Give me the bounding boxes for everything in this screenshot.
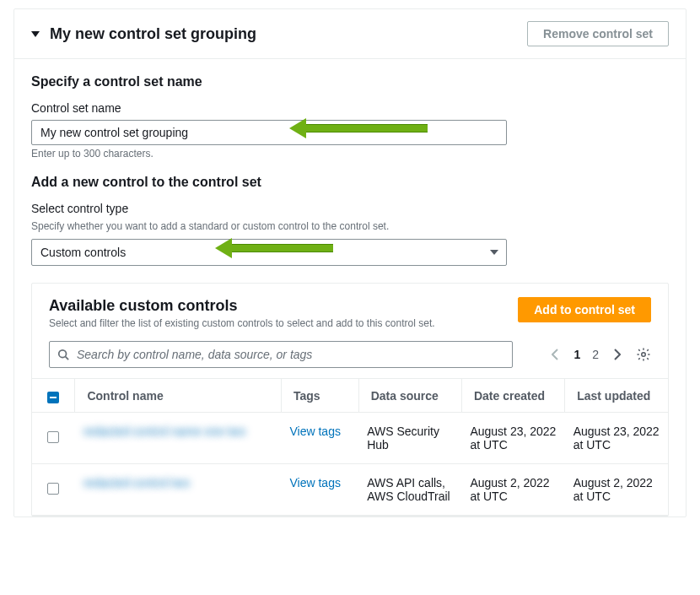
control-name-link[interactable]: redacted control two xyxy=(83,476,190,490)
select-control-type-label: Select control type xyxy=(31,202,669,215)
col-header-created[interactable]: Date created xyxy=(461,379,564,413)
remove-control-set-button[interactable]: Remove control set xyxy=(527,21,669,46)
pager-next-button[interactable] xyxy=(611,349,624,360)
date-created-cell: August 2, 2022 at UTC xyxy=(461,464,564,516)
svg-point-0 xyxy=(59,350,67,358)
last-updated-cell: August 23, 2022 at UTC xyxy=(565,413,668,464)
search-icon xyxy=(57,349,69,360)
table-row: redacted control two View tags AWS API c… xyxy=(32,464,668,516)
control-set-name-label: Control set name xyxy=(31,101,669,115)
pager-page-1[interactable]: 1 xyxy=(573,348,580,361)
row-checkbox[interactable] xyxy=(47,483,59,495)
control-name-link[interactable]: redacted control name one two xyxy=(83,425,245,438)
view-tags-link[interactable]: View tags xyxy=(289,476,340,490)
select-control-type-sublabel: Specify whether you want to add a standa… xyxy=(31,220,669,232)
svg-line-1 xyxy=(66,357,69,360)
data-source-cell: AWS Security Hub xyxy=(358,413,461,464)
control-type-select[interactable]: Custom controls xyxy=(31,239,507,266)
last-updated-cell: August 2, 2022 at UTC xyxy=(565,464,668,516)
add-to-control-set-button[interactable]: Add to control set xyxy=(518,297,651,322)
chevron-left-icon xyxy=(552,349,558,360)
control-set-name-help: Enter up to 300 characters. xyxy=(31,148,669,160)
search-input[interactable] xyxy=(49,341,513,368)
control-set-name-input[interactable] xyxy=(31,120,507,145)
chevron-right-icon xyxy=(614,349,621,360)
data-source-cell: AWS API calls, AWS CloudTrail xyxy=(358,464,461,516)
view-tags-link[interactable]: View tags xyxy=(289,425,340,438)
table-row: redacted control name one two View tags … xyxy=(32,413,668,464)
col-header-source[interactable]: Data source xyxy=(358,379,461,413)
add-control-heading: Add a new control to the control set xyxy=(31,175,669,190)
col-header-updated[interactable]: Last updated xyxy=(565,379,668,413)
pager-prev-button xyxy=(548,349,562,360)
pager-page-2[interactable]: 2 xyxy=(592,348,599,361)
control-type-selected: Custom controls xyxy=(40,246,126,259)
select-all-checkbox[interactable] xyxy=(47,392,59,403)
gear-icon[interactable] xyxy=(636,347,651,362)
col-header-tags[interactable]: Tags xyxy=(281,379,358,413)
row-checkbox[interactable] xyxy=(47,431,59,443)
caret-down-icon[interactable] xyxy=(31,31,40,37)
panel-title: My new control set grouping xyxy=(50,25,256,43)
svg-point-2 xyxy=(642,353,646,357)
date-created-cell: August 23, 2022 at UTC xyxy=(461,413,564,464)
available-subheading: Select and filter the list of existing c… xyxy=(49,317,435,329)
specify-heading: Specify a control set name xyxy=(31,74,669,89)
available-heading: Available custom controls xyxy=(49,297,435,315)
col-header-name[interactable]: Control name xyxy=(75,379,282,413)
